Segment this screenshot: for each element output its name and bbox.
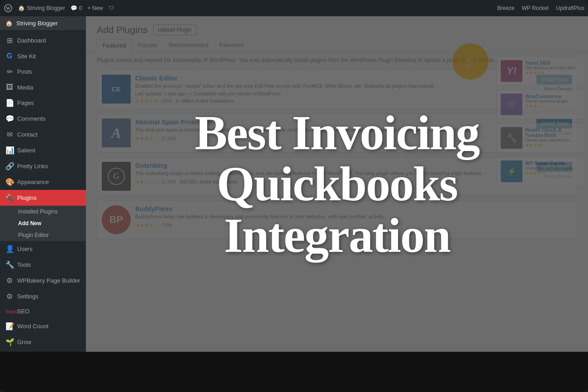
- salient-icon: 📊: [5, 146, 14, 155]
- site-name-bar[interactable]: 🏠 Striving Blogger: [0, 16, 86, 31]
- sidebar-item-settings[interactable]: ⚙Settings: [0, 288, 86, 304]
- shield-link[interactable]: 🛡: [109, 5, 114, 11]
- seo-icon: Yoast: [5, 309, 14, 314]
- admin-bar: W 🏠 Striving Blogger 💬 0 + New 🛡 Breeze …: [0, 0, 588, 16]
- sidebar-item-posts[interactable]: ✏Posts: [0, 64, 86, 80]
- sidebar-item-dashboard[interactable]: ⊞Dashboard: [0, 33, 86, 48]
- wp-logo-icon[interactable]: W: [4, 4, 13, 13]
- svg-text:W: W: [6, 6, 10, 11]
- comments-sidebar-icon: 💬: [5, 114, 14, 123]
- posts-icon: ✏: [5, 67, 14, 76]
- main-layout: 🏠 Striving Blogger ⊞Dashboard GSite Kit …: [0, 16, 588, 352]
- wordcount-icon: 📝: [5, 322, 14, 331]
- comments-link[interactable]: 💬 0: [71, 5, 82, 11]
- home-icon-sidebar: 🏠: [5, 20, 13, 27]
- sidebar-item-pages[interactable]: 📄Pages: [0, 95, 86, 111]
- sidebar-item-wpbakery[interactable]: ⚙WPBakery Page Builder: [0, 273, 86, 288]
- dashboard-icon: ⊞: [5, 36, 14, 45]
- contact-icon: ✉: [5, 130, 14, 139]
- sidebar-item-media[interactable]: 🖼Media: [0, 80, 86, 95]
- sidebar-item-grow[interactable]: 🌱Grow: [0, 334, 86, 350]
- wpbakery-icon: ⚙: [5, 276, 14, 285]
- sidebar-item-contact[interactable]: ✉Contact: [0, 127, 86, 142]
- submenu-installed-plugins[interactable]: Installed Plugins: [0, 206, 86, 217]
- screen-frame: W 🏠 Striving Blogger 💬 0 + New 🛡 Breeze …: [0, 0, 588, 392]
- settings-icon: ⚙: [5, 292, 14, 301]
- breeze-plugin-link[interactable]: Breeze: [497, 5, 514, 11]
- users-icon: 👤: [5, 245, 14, 253]
- sidebar-item-plugins[interactable]: 🔌Plugins: [0, 190, 86, 206]
- sidebar-item-comments[interactable]: 💬Comments: [0, 111, 86, 127]
- pages-icon: 📄: [5, 99, 14, 107]
- prettylinks-icon: 🔗: [5, 162, 14, 170]
- wprocket-plugin-link[interactable]: WP Rocket: [522, 5, 549, 11]
- sidebar-item-users[interactable]: 👤Users: [0, 241, 86, 257]
- sidebar-menu: ⊞Dashboard GSite Kit ✏Posts 🖼Media 📄Page…: [0, 31, 86, 352]
- sidebar-item-pretty-links[interactable]: 🔗Pretty Links: [0, 158, 86, 174]
- home-icon: 🏠: [18, 5, 25, 11]
- tools-icon: 🔧: [5, 260, 14, 269]
- sidebar-item-sitekit[interactable]: GSite Kit: [0, 48, 86, 64]
- site-name-link[interactable]: 🏠 Striving Blogger: [18, 5, 65, 11]
- overlay-container: Best Invoicing Quickbooks Integration: [86, 16, 588, 352]
- submenu-plugin-editor[interactable]: Plugin Editor: [0, 229, 86, 241]
- shield-icon: 🛡: [109, 5, 114, 11]
- sidebar: 🏠 Striving Blogger ⊞Dashboard GSite Kit …: [0, 16, 86, 352]
- plugins-submenu: Installed Plugins Add New Plugin Editor: [0, 206, 86, 241]
- new-content-link[interactable]: + New: [87, 5, 103, 11]
- sitekit-icon: G: [5, 52, 14, 60]
- submenu-add-new[interactable]: Add New: [0, 217, 86, 229]
- plugins-icon: 🔌: [5, 194, 14, 202]
- appearance-icon: 🎨: [5, 178, 14, 186]
- sidebar-item-wordcount[interactable]: 📝Word Count: [0, 318, 86, 334]
- media-icon: 🖼: [5, 83, 14, 91]
- sidebar-item-tools[interactable]: 🔧Tools: [0, 257, 86, 273]
- comment-icon: 💬: [71, 5, 77, 11]
- grow-icon: 🌱: [5, 338, 14, 346]
- updraftplus-plugin-link[interactable]: UpdraftPlus: [556, 5, 584, 11]
- sidebar-item-salient[interactable]: 📊Salient: [0, 142, 86, 158]
- sidebar-item-seo[interactable]: YoastSEO: [0, 304, 86, 318]
- overlay-title: Best Invoicing Quickbooks Integration: [194, 107, 479, 261]
- sidebar-item-appearance[interactable]: 🎨Appearance: [0, 174, 86, 190]
- main-content: Add Plugins Upload Plugin Featured Popul…: [86, 16, 588, 352]
